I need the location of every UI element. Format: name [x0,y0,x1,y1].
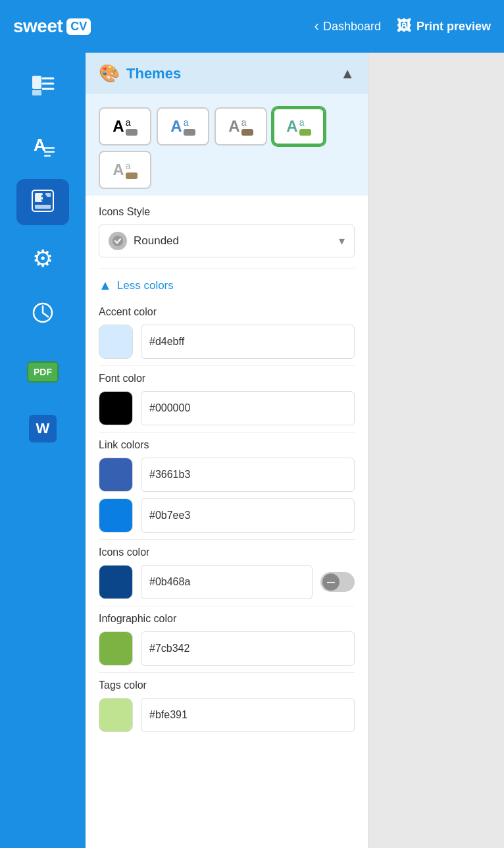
svg-rect-0 [32,76,41,89]
icons-style-dropdown[interactable]: Rounded ▾ [99,225,355,257]
sidebar-item-layout[interactable] [16,179,69,225]
print-icon: 🖼 [397,18,411,35]
link-color1-swatch[interactable] [99,458,133,492]
svg-rect-8 [44,155,51,157]
theme-swatch-green[interactable]: A a [272,107,325,146]
theme-swatch-tan[interactable]: A a [214,107,267,146]
svg-point-14 [113,236,123,246]
sidebar-item-brush[interactable] [16,66,69,112]
theme-swatches-row: A a A a [86,94,368,196]
main-layout: A ⚙ [0,53,504,848]
link-colors-label: Link colors [99,439,355,451]
dropdown-arrow-icon: ▾ [339,234,345,248]
infographic-color-label: Infographic color [99,613,355,625]
pdf-icon: PDF [27,361,59,383]
themes-title: Themes [126,65,181,82]
link-color2-swatch[interactable] [99,498,133,533]
top-nav: sweet CV ‹ Dashboard 🖼 Print preview [0,0,504,53]
back-label: Dashboard [323,20,381,34]
icons-style-section: Icons Style Rounded ▾ [86,196,368,268]
sidebar-item-word[interactable]: W [16,406,69,452]
tags-color-input[interactable]: #bfe391 [141,698,355,732]
swatch-dot-dark [126,129,138,136]
sidebar-item-typography[interactable]: A [16,122,69,169]
swatch-a-bluegray: A [170,117,182,136]
word-icon: W [29,415,57,442]
theme-swatch-sand[interactable]: A a [99,151,151,189]
themes-title-row: 🎨 Themes [99,63,181,84]
swatch-mini-green: a [299,117,311,136]
swatch-mini-tan: a [241,117,253,136]
link-color1-row: #3661b3 [99,458,355,492]
logo: sweet CV [13,16,91,37]
svg-rect-6 [44,147,55,149]
swatch-dot-tan [241,129,253,136]
theme-swatch-dark[interactable]: A a [99,107,151,146]
sidebar-item-history[interactable] [16,292,69,338]
print-preview-button[interactable]: 🖼 Print preview [397,18,491,35]
swatch-a-tan: A [228,117,239,136]
theme-swatch-bluegray[interactable]: A a [157,107,209,146]
divider-accent [99,365,355,366]
tags-color-swatch[interactable] [99,698,133,732]
svg-rect-1 [32,90,41,95]
icons-color-swatch[interactable] [99,565,133,599]
icons-color-row: #0b468a [99,565,355,599]
palette-icon: 🎨 [99,63,120,84]
back-chevron-icon: ‹ [315,18,319,35]
swatch-a-dark: A [113,117,124,136]
sidebar-item-pdf[interactable]: PDF [16,349,69,395]
swatch-a-green: A [286,117,297,136]
infographic-color-input[interactable]: #7cb342 [141,631,355,666]
less-colors-toggle[interactable]: ▲ Less colors [86,269,368,302]
nav-right: ‹ Dashboard 🖼 Print preview [315,18,491,35]
divider-links [99,539,355,540]
icons-color-input[interactable]: #0b468a [141,565,313,599]
swatch-mini-bluegray: a [184,117,195,136]
right-panel [368,53,504,848]
layout-icon [28,186,57,218]
swatch-mini-sand: a [126,161,138,179]
font-color-swatch[interactable] [99,391,133,425]
infographic-color-swatch[interactable] [99,631,133,666]
rounded-icon [109,232,127,250]
sidebar-item-settings[interactable]: ⚙ [16,236,69,282]
back-button[interactable]: ‹ Dashboard [315,18,381,35]
divider-icons [99,606,355,606]
icons-color-label: Icons color [99,546,355,558]
toggle-knob [322,573,340,591]
link-color2-row: #0b7ee3 [99,498,355,533]
logo-sweet: sweet [13,16,63,37]
swatch-dot-sand [126,172,138,179]
swatch-dot-bluegray [184,129,195,136]
themes-collapse-button[interactable]: ▲ [340,65,355,82]
font-color-input[interactable]: #000000 [141,391,355,425]
divider-font [99,432,355,433]
font-color-row: #000000 [99,391,355,425]
infographic-color-row: #7cb342 [99,631,355,666]
accent-color-row: #d4ebff [99,325,355,359]
brush-icon [28,72,57,107]
accent-color-swatch[interactable] [99,325,133,359]
tags-color-label: Tags color [99,679,355,691]
settings-icon: ⚙ [32,245,53,273]
print-label: Print preview [416,20,491,34]
logo-cv: CV [66,18,91,35]
font-color-label: Font color [99,373,355,384]
divider-infographic [99,672,355,673]
link-color1-input[interactable]: #3661b3 [141,458,355,492]
accent-color-input[interactable]: #d4ebff [141,325,355,359]
themes-header: 🎨 Themes ▲ [86,53,368,94]
less-colors-chevron-icon: ▲ [99,278,112,293]
content-panel: 🎨 Themes ▲ A a A [86,53,368,848]
swatch-mini-dark: a [126,117,138,136]
colors-section: Accent color #d4ebff Font color #000000 … [86,302,368,748]
tags-color-row: #bfe391 [99,698,355,732]
typography-icon: A [28,131,57,160]
link-color2-input[interactable]: #0b7ee3 [141,498,355,533]
history-icon [30,300,56,331]
icons-style-value: Rounded [134,234,332,248]
icons-color-toggle[interactable] [320,572,355,592]
svg-rect-10 [35,193,43,202]
svg-rect-12 [35,205,51,209]
